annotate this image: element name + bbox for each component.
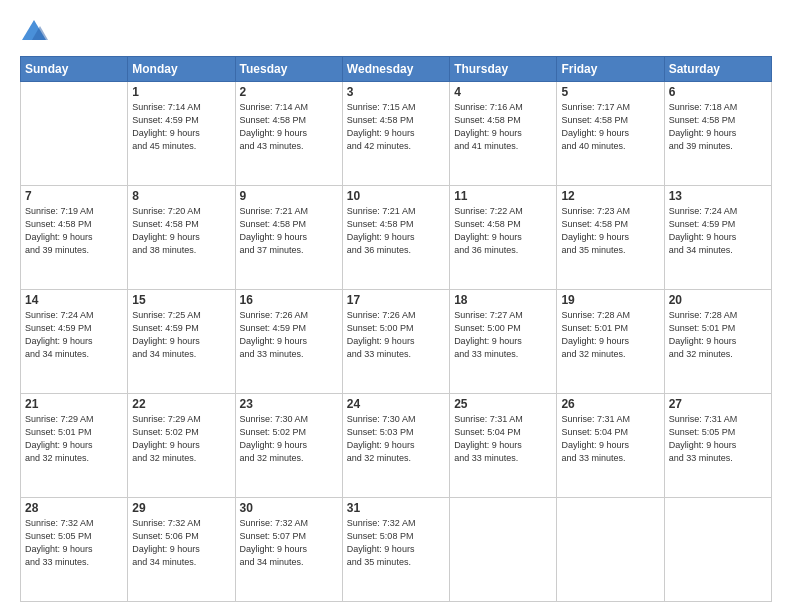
day-cell: 3Sunrise: 7:15 AM Sunset: 4:58 PM Daylig… — [342, 82, 449, 186]
day-info: Sunrise: 7:30 AM Sunset: 5:03 PM Dayligh… — [347, 413, 445, 465]
day-number: 15 — [132, 293, 230, 307]
day-number: 6 — [669, 85, 767, 99]
day-info: Sunrise: 7:16 AM Sunset: 4:58 PM Dayligh… — [454, 101, 552, 153]
day-info: Sunrise: 7:14 AM Sunset: 4:59 PM Dayligh… — [132, 101, 230, 153]
header-sunday: Sunday — [21, 57, 128, 82]
day-number: 1 — [132, 85, 230, 99]
day-number: 23 — [240, 397, 338, 411]
day-info: Sunrise: 7:32 AM Sunset: 5:05 PM Dayligh… — [25, 517, 123, 569]
day-number: 16 — [240, 293, 338, 307]
day-info: Sunrise: 7:17 AM Sunset: 4:58 PM Dayligh… — [561, 101, 659, 153]
header-tuesday: Tuesday — [235, 57, 342, 82]
day-number: 5 — [561, 85, 659, 99]
header — [20, 18, 772, 46]
day-number: 4 — [454, 85, 552, 99]
day-info: Sunrise: 7:14 AM Sunset: 4:58 PM Dayligh… — [240, 101, 338, 153]
day-info: Sunrise: 7:21 AM Sunset: 4:58 PM Dayligh… — [240, 205, 338, 257]
day-cell: 13Sunrise: 7:24 AM Sunset: 4:59 PM Dayli… — [664, 186, 771, 290]
day-number: 14 — [25, 293, 123, 307]
calendar-header-row: SundayMondayTuesdayWednesdayThursdayFrid… — [21, 57, 772, 82]
day-number: 8 — [132, 189, 230, 203]
day-cell: 14Sunrise: 7:24 AM Sunset: 4:59 PM Dayli… — [21, 290, 128, 394]
day-cell: 6Sunrise: 7:18 AM Sunset: 4:58 PM Daylig… — [664, 82, 771, 186]
day-cell: 4Sunrise: 7:16 AM Sunset: 4:58 PM Daylig… — [450, 82, 557, 186]
day-info: Sunrise: 7:29 AM Sunset: 5:02 PM Dayligh… — [132, 413, 230, 465]
day-info: Sunrise: 7:24 AM Sunset: 4:59 PM Dayligh… — [669, 205, 767, 257]
day-number: 11 — [454, 189, 552, 203]
day-number: 7 — [25, 189, 123, 203]
day-info: Sunrise: 7:32 AM Sunset: 5:08 PM Dayligh… — [347, 517, 445, 569]
header-saturday: Saturday — [664, 57, 771, 82]
day-info: Sunrise: 7:25 AM Sunset: 4:59 PM Dayligh… — [132, 309, 230, 361]
day-number: 17 — [347, 293, 445, 307]
day-number: 30 — [240, 501, 338, 515]
day-number: 12 — [561, 189, 659, 203]
day-cell — [664, 498, 771, 602]
day-cell: 12Sunrise: 7:23 AM Sunset: 4:58 PM Dayli… — [557, 186, 664, 290]
day-number: 9 — [240, 189, 338, 203]
day-cell: 21Sunrise: 7:29 AM Sunset: 5:01 PM Dayli… — [21, 394, 128, 498]
day-info: Sunrise: 7:32 AM Sunset: 5:06 PM Dayligh… — [132, 517, 230, 569]
day-info: Sunrise: 7:26 AM Sunset: 4:59 PM Dayligh… — [240, 309, 338, 361]
day-info: Sunrise: 7:31 AM Sunset: 5:04 PM Dayligh… — [561, 413, 659, 465]
day-cell: 16Sunrise: 7:26 AM Sunset: 4:59 PM Dayli… — [235, 290, 342, 394]
day-info: Sunrise: 7:15 AM Sunset: 4:58 PM Dayligh… — [347, 101, 445, 153]
day-cell: 23Sunrise: 7:30 AM Sunset: 5:02 PM Dayli… — [235, 394, 342, 498]
day-cell: 27Sunrise: 7:31 AM Sunset: 5:05 PM Dayli… — [664, 394, 771, 498]
day-cell: 1Sunrise: 7:14 AM Sunset: 4:59 PM Daylig… — [128, 82, 235, 186]
day-number: 21 — [25, 397, 123, 411]
day-cell: 18Sunrise: 7:27 AM Sunset: 5:00 PM Dayli… — [450, 290, 557, 394]
header-friday: Friday — [557, 57, 664, 82]
day-cell: 31Sunrise: 7:32 AM Sunset: 5:08 PM Dayli… — [342, 498, 449, 602]
day-cell — [557, 498, 664, 602]
day-cell — [21, 82, 128, 186]
day-cell: 5Sunrise: 7:17 AM Sunset: 4:58 PM Daylig… — [557, 82, 664, 186]
day-cell: 15Sunrise: 7:25 AM Sunset: 4:59 PM Dayli… — [128, 290, 235, 394]
day-number: 28 — [25, 501, 123, 515]
logo — [20, 18, 52, 46]
day-cell: 7Sunrise: 7:19 AM Sunset: 4:58 PM Daylig… — [21, 186, 128, 290]
day-number: 31 — [347, 501, 445, 515]
week-row-3: 14Sunrise: 7:24 AM Sunset: 4:59 PM Dayli… — [21, 290, 772, 394]
week-row-2: 7Sunrise: 7:19 AM Sunset: 4:58 PM Daylig… — [21, 186, 772, 290]
day-info: Sunrise: 7:28 AM Sunset: 5:01 PM Dayligh… — [669, 309, 767, 361]
day-cell: 29Sunrise: 7:32 AM Sunset: 5:06 PM Dayli… — [128, 498, 235, 602]
day-info: Sunrise: 7:29 AM Sunset: 5:01 PM Dayligh… — [25, 413, 123, 465]
logo-icon — [20, 18, 48, 46]
week-row-5: 28Sunrise: 7:32 AM Sunset: 5:05 PM Dayli… — [21, 498, 772, 602]
day-cell: 8Sunrise: 7:20 AM Sunset: 4:58 PM Daylig… — [128, 186, 235, 290]
day-number: 22 — [132, 397, 230, 411]
day-number: 10 — [347, 189, 445, 203]
day-info: Sunrise: 7:32 AM Sunset: 5:07 PM Dayligh… — [240, 517, 338, 569]
day-number: 25 — [454, 397, 552, 411]
day-cell — [450, 498, 557, 602]
day-info: Sunrise: 7:21 AM Sunset: 4:58 PM Dayligh… — [347, 205, 445, 257]
day-info: Sunrise: 7:30 AM Sunset: 5:02 PM Dayligh… — [240, 413, 338, 465]
day-cell: 20Sunrise: 7:28 AM Sunset: 5:01 PM Dayli… — [664, 290, 771, 394]
day-number: 20 — [669, 293, 767, 307]
header-thursday: Thursday — [450, 57, 557, 82]
day-info: Sunrise: 7:22 AM Sunset: 4:58 PM Dayligh… — [454, 205, 552, 257]
day-number: 2 — [240, 85, 338, 99]
page: SundayMondayTuesdayWednesdayThursdayFrid… — [0, 0, 792, 612]
day-cell: 22Sunrise: 7:29 AM Sunset: 5:02 PM Dayli… — [128, 394, 235, 498]
day-cell: 26Sunrise: 7:31 AM Sunset: 5:04 PM Dayli… — [557, 394, 664, 498]
day-info: Sunrise: 7:20 AM Sunset: 4:58 PM Dayligh… — [132, 205, 230, 257]
day-cell: 11Sunrise: 7:22 AM Sunset: 4:58 PM Dayli… — [450, 186, 557, 290]
day-cell: 2Sunrise: 7:14 AM Sunset: 4:58 PM Daylig… — [235, 82, 342, 186]
day-number: 26 — [561, 397, 659, 411]
week-row-1: 1Sunrise: 7:14 AM Sunset: 4:59 PM Daylig… — [21, 82, 772, 186]
day-cell: 25Sunrise: 7:31 AM Sunset: 5:04 PM Dayli… — [450, 394, 557, 498]
week-row-4: 21Sunrise: 7:29 AM Sunset: 5:01 PM Dayli… — [21, 394, 772, 498]
day-number: 24 — [347, 397, 445, 411]
header-wednesday: Wednesday — [342, 57, 449, 82]
day-number: 13 — [669, 189, 767, 203]
day-info: Sunrise: 7:23 AM Sunset: 4:58 PM Dayligh… — [561, 205, 659, 257]
day-info: Sunrise: 7:19 AM Sunset: 4:58 PM Dayligh… — [25, 205, 123, 257]
day-info: Sunrise: 7:24 AM Sunset: 4:59 PM Dayligh… — [25, 309, 123, 361]
day-info: Sunrise: 7:28 AM Sunset: 5:01 PM Dayligh… — [561, 309, 659, 361]
header-monday: Monday — [128, 57, 235, 82]
day-cell: 17Sunrise: 7:26 AM Sunset: 5:00 PM Dayli… — [342, 290, 449, 394]
day-cell: 28Sunrise: 7:32 AM Sunset: 5:05 PM Dayli… — [21, 498, 128, 602]
day-cell: 19Sunrise: 7:28 AM Sunset: 5:01 PM Dayli… — [557, 290, 664, 394]
